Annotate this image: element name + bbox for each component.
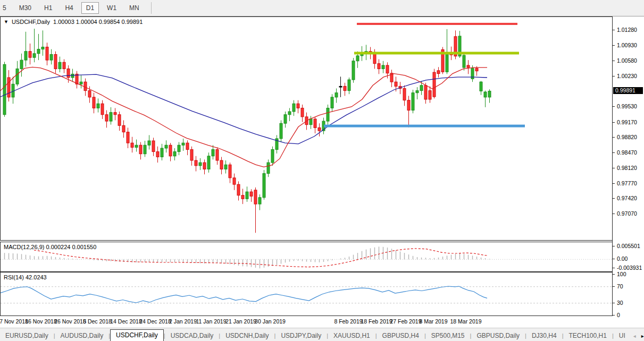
price-axis-label: 0.99170 [617, 119, 637, 125]
rsi-axis-label: 0 [617, 312, 620, 318]
price-axis-label: 0.97420 [617, 195, 637, 201]
date-label: 5 Dec 2018 [83, 318, 112, 325]
price-axis-label: 1.01280 [617, 27, 637, 33]
rsi-axis-label: 30 [617, 300, 623, 306]
price-axis-label: 1.00230 [617, 73, 637, 79]
chart-tab-audusd-daily[interactable]: AUDUSD,Daily [55, 330, 109, 341]
price-axis-label-tick [613, 214, 615, 214]
chart-tab-eurusd-daily[interactable]: EURUSD,Daily [0, 330, 54, 341]
chart-symbol-period: USDCHF,Daily [12, 19, 50, 25]
price-axis-label-tick [613, 106, 615, 107]
chart-tab-usdcad-daily[interactable]: USDCAD,Daily [165, 330, 219, 341]
macd-values: 0.000224 0.001550 [46, 244, 96, 250]
macd-label: MACD(12,26,9) 0.000224 0.001550 [4, 244, 96, 250]
macd-axis-label: 0.005501 [617, 243, 640, 249]
rsi-chart [1, 272, 612, 316]
toolbar-separator [151, 2, 152, 14]
macd-axis-label-tick [613, 259, 615, 259]
trading-terminal: 5M30H1H4D1W1MN ▼ USDCHF,Daily 1.00003 1.… [0, 0, 644, 341]
price-axis-label-tick [613, 76, 615, 76]
candlestick-chart [1, 17, 612, 240]
price-axis-label: 0.97070 [617, 210, 637, 217]
macd-axis-label-tick [613, 246, 615, 246]
date-label: 11 Jan 2019 [196, 318, 226, 325]
price-axis-label: 0.98820 [617, 134, 637, 140]
rsi-indicator-pane[interactable]: RSI(14) 42.0243 [0, 272, 612, 316]
time-axis[interactable]: 7 Nov 201816 Nov 201826 Nov 20185 Dec 20… [0, 316, 612, 328]
chart-tab-sp500-m15[interactable]: SP500,M15 [426, 330, 470, 341]
date-label: 8 Mar 2019 [419, 318, 447, 325]
price-axis-label-tick [613, 61, 615, 61]
chart-ohlc-values: 1.00003 1.00004 0.99854 0.99891 [53, 19, 143, 25]
chart-tab-xauusd-h1[interactable]: XAUUSD,H1 [328, 330, 375, 341]
chart-tab-dj30-h4[interactable]: DJ30,H4 [526, 330, 562, 341]
date-label: 16 Nov 2018 [25, 318, 57, 325]
timeframe-button-w1[interactable]: W1 [102, 2, 121, 14]
timeframe-button-5[interactable]: 5 [0, 2, 11, 14]
chart-tab-usdchf-daily[interactable]: USDCHF,Daily [110, 329, 164, 341]
chart-tab-gbpusd-h4[interactable]: GBPUSD,H4 [377, 330, 424, 341]
chart-tab-bar: EURUSD,Daily|AUDUSD,Daily|USDCHF,Daily|U… [0, 328, 644, 341]
chart-tab-usdjpy-daily[interactable]: USDJPY,Daily [275, 330, 327, 341]
macd-name: MACD(12,26,9) [4, 244, 44, 250]
chart-tab-tech100-h1[interactable]: TECH100,H1 [564, 330, 612, 341]
price-axis-label: 0.99530 [617, 103, 637, 109]
price-axis[interactable]: 1.012801.009301.005801.002300.995300.991… [612, 16, 644, 316]
date-label: 27 Feb 2019 [390, 318, 422, 325]
rsi-label: RSI(14) 42.0243 [4, 274, 47, 280]
tab-scroll-left-icon[interactable]: ◂ [631, 333, 639, 341]
price-axis-label-tick [613, 183, 615, 184]
macd-axis-label-tick [613, 268, 615, 268]
rsi-axis-label-tick [613, 286, 615, 287]
chart-title: ▼ USDCHF,Daily 1.00003 1.00004 0.99854 0… [4, 19, 143, 25]
date-label: 26 Nov 2018 [54, 318, 86, 325]
date-label: 7 Nov 2018 [0, 318, 28, 325]
price-axis-label-tick [613, 30, 615, 30]
price-axis-label-tick [613, 137, 615, 138]
price-chart-pane[interactable]: ▼ USDCHF,Daily 1.00003 1.00004 0.99854 0… [0, 16, 612, 241]
date-label: 14 Dec 2018 [110, 318, 142, 325]
price-axis-label-tick [613, 122, 615, 123]
rsi-axis-label: 70 [617, 283, 623, 289]
price-axis-label-tick [613, 168, 615, 168]
price-axis-label: 0.98120 [617, 165, 637, 171]
timeframe-toolbar: 5M30H1H4D1W1MN [0, 0, 644, 16]
rsi-axis-label-tick [613, 274, 615, 275]
chart-tab-usdcnh-daily[interactable]: USDCNH,Daily [220, 330, 274, 341]
timeframe-button-d1[interactable]: D1 [81, 2, 99, 14]
macd-axis-label: 0.00 [617, 255, 628, 262]
price-axis-label-tick [613, 198, 615, 199]
price-axis-label: 1.00580 [617, 57, 637, 64]
rsi-name: RSI(14) [4, 274, 24, 280]
date-label: 8 Feb 2019 [334, 318, 362, 325]
timeframe-button-h1[interactable]: H1 [39, 2, 57, 14]
rsi-axis-label-tick [613, 303, 615, 303]
timeframe-button-mn[interactable]: MN [124, 2, 144, 14]
current-price-badge: 0.99891 [613, 87, 643, 94]
chart-dropdown-icon[interactable]: ▼ [4, 19, 9, 24]
price-axis-label-tick [613, 152, 615, 153]
timeframe-button-m30[interactable]: M30 [14, 2, 36, 14]
price-axis-label-tick [613, 45, 615, 46]
macd-indicator-pane[interactable]: MACD(12,26,9) 0.000224 0.001550 [0, 242, 612, 272]
chart-tab-ui[interactable]: UI [614, 330, 631, 341]
date-label: 24 Dec 2018 [139, 318, 171, 325]
tab-scroll-right-icon[interactable]: ▸ [639, 333, 644, 341]
date-label: 18 Feb 2019 [361, 318, 392, 325]
date-label: 30 Jan 2019 [255, 318, 286, 325]
date-label: 18 Mar 2019 [450, 318, 482, 325]
price-axis-label: 0.98470 [617, 149, 637, 156]
timeframe-button-h4[interactable]: H4 [60, 2, 78, 14]
rsi-axis-label: 100 [617, 271, 626, 277]
date-label: 2 Jan 2019 [169, 318, 197, 325]
chart-tab-gbpusd-daily[interactable]: GBPUSD,Daily [471, 330, 525, 341]
date-label: 21 Jan 2019 [225, 318, 256, 325]
rsi-value: 42.0243 [26, 274, 47, 280]
price-axis-label: 0.97770 [617, 180, 637, 186]
price-axis-label: 1.00930 [617, 42, 637, 48]
rsi-axis-label-tick [613, 315, 615, 316]
